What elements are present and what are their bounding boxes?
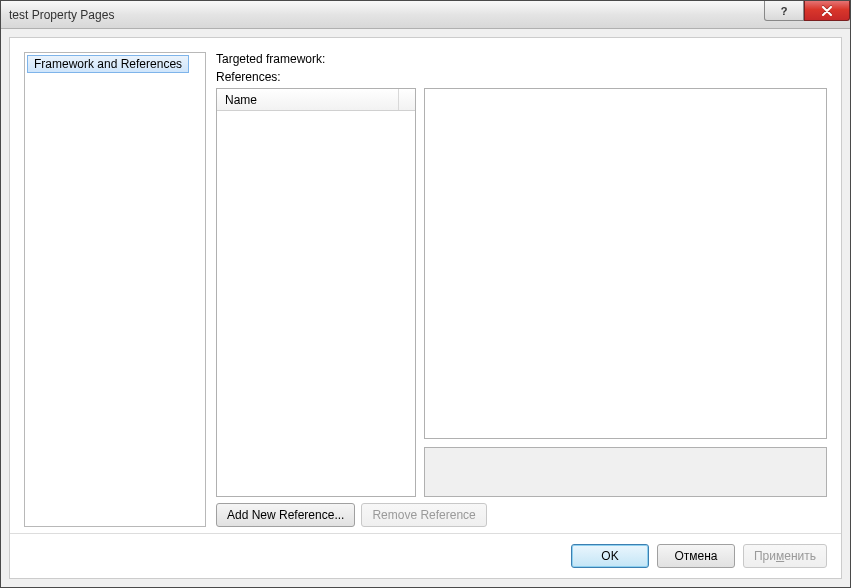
close-button[interactable] — [804, 1, 850, 21]
ok-button[interactable]: OK — [571, 544, 649, 568]
button-label: Remove Reference — [372, 508, 475, 522]
property-pages-dialog: test Property Pages ? Framework and Refe… — [0, 0, 851, 588]
references-list-body[interactable] — [217, 111, 415, 496]
button-label: Применить — [754, 549, 816, 563]
references-list[interactable]: Name — [216, 88, 416, 497]
column-header-name[interactable]: Name — [217, 89, 399, 110]
tree-item-framework-references[interactable]: Framework and References — [27, 55, 189, 73]
right-pane: Targeted framework: References: Name — [216, 52, 827, 527]
references-header: Name — [217, 89, 415, 111]
targeted-framework-label: Targeted framework: — [216, 52, 827, 66]
window-title: test Property Pages — [9, 8, 114, 22]
column-header-spacer — [399, 89, 415, 110]
column-header-label: Name — [225, 93, 257, 107]
remove-reference-button: Remove Reference — [361, 503, 486, 527]
button-label: OK — [601, 549, 618, 563]
help-icon: ? — [781, 5, 788, 17]
apply-button: Применить — [743, 544, 827, 568]
title-bar: test Property Pages ? — [1, 1, 850, 29]
detail-column — [424, 88, 827, 497]
panes: Name — [216, 88, 827, 497]
reference-detail-panel — [424, 88, 827, 439]
reference-description-panel — [424, 447, 827, 497]
button-label: Add New Reference... — [227, 508, 344, 522]
references-label: References: — [216, 70, 827, 84]
content-area: Framework and References Targeted framew… — [10, 38, 841, 533]
button-label: Отмена — [674, 549, 717, 563]
add-new-reference-button[interactable]: Add New Reference... — [216, 503, 355, 527]
reference-buttons: Add New Reference... Remove Reference — [216, 503, 827, 527]
client-area: Framework and References Targeted framew… — [9, 37, 842, 579]
help-button[interactable]: ? — [764, 1, 804, 21]
dialog-footer: OK Отмена Применить — [10, 533, 841, 578]
cancel-button[interactable]: Отмена — [657, 544, 735, 568]
tree-item-label: Framework and References — [34, 57, 182, 71]
window-buttons: ? — [764, 1, 850, 28]
category-tree[interactable]: Framework and References — [24, 52, 206, 527]
close-icon — [821, 6, 833, 16]
